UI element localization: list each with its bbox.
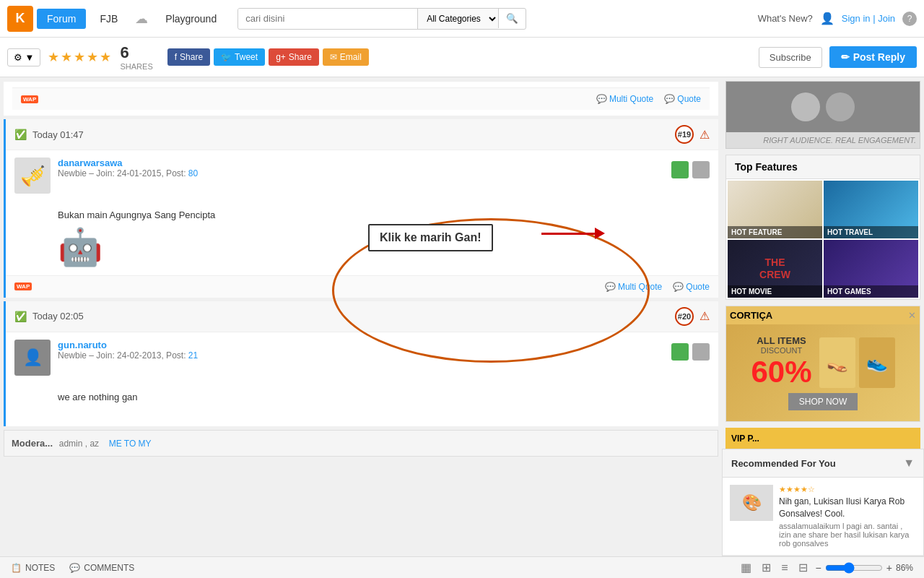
user-meta-20: gun.naruto Newbie – Join: 24-02-2013, Po… (58, 340, 664, 361)
rec-item-title: Nih gan, Lukisan Ilusi Karya Rob Gonsalv… (779, 496, 916, 520)
post-body-19: Bukan main Agungnya Sang Pencipta 🤖 (6, 201, 718, 275)
feature-hot[interactable]: HOT FEATURE (728, 181, 822, 238)
ad-shoe-content: ALL ITEMS DISCOUNT 60% 👡 👟 SHOP NOW (726, 324, 920, 421)
whats-new-link[interactable]: What's New? (758, 13, 813, 24)
view-mode-3-button[interactable]: ≡ (779, 561, 790, 574)
feature-games[interactable]: HOT GAMES (824, 240, 918, 298)
rep-minus-button-20[interactable] (692, 343, 710, 361)
warning-icon-20: ⚠ (699, 309, 710, 323)
wap-badge-19: WAP (14, 282, 32, 290)
comments-icon: 💬 (69, 563, 80, 573)
view-mode-1-button[interactable]: ▦ (738, 561, 754, 574)
recommended-panel: Recommended For You ▼ 🎨 ★★★★☆ Nih gan, L… (722, 449, 924, 556)
bottom-bar: 📋 NOTES 💬 COMMENTS ▦ ⊞ ≡ ⊟ − + 86% (0, 556, 924, 578)
post-header-19: ✅ Today 01:47 #19 ⚠ (6, 119, 718, 150)
top-navigation: K Forum FJB ☁ Playground All Categories … (0, 0, 924, 38)
post-number-20[interactable]: #20 (675, 307, 694, 326)
shares-count: 6 (120, 43, 152, 62)
notes-icon: 📋 (11, 563, 22, 573)
post-item-20: ✅ Today 02:05 #20 ⚠ 👤 gun.naruto Newbie … (4, 301, 718, 426)
zoom-out-button[interactable]: − (816, 562, 821, 574)
recommended-info: ★★★★☆ Nih gan, Lukisan Ilusi Karya Rob G… (779, 485, 916, 548)
edit-icon: ✏ (841, 51, 850, 63)
logo-button[interactable]: K (7, 6, 33, 32)
search-category-select[interactable]: All Categories (417, 9, 498, 29)
multi-quote-link[interactable]: 💬 Multi Quote (596, 94, 653, 104)
ad-shoe-header: CORTIÇA ✕ (726, 306, 920, 324)
twitter-share-button[interactable]: 🐦 Tweet (214, 48, 265, 66)
bottom-right-controls: ▦ ⊞ ≡ ⊟ − + 86% (738, 561, 913, 574)
nav-tab-fjb[interactable]: FJB (90, 9, 128, 29)
share-buttons: f Share 🐦 Tweet g+ Share ✉ Email (167, 48, 369, 66)
post-body-20: we are nothing gan (6, 383, 718, 426)
feature-travel[interactable]: HOT TRAVEL (824, 181, 918, 238)
recommended-close-button[interactable]: ▼ (903, 457, 915, 470)
post-reply-button[interactable]: ✏ Post Reply (829, 46, 917, 68)
gear-button[interactable]: ⚙ ▼ (7, 48, 40, 66)
cortica-brand: CORTIÇA (730, 310, 772, 321)
recommended-item[interactable]: 🎨 ★★★★☆ Nih gan, Lukisan Ilusi Karya Rob… (723, 478, 923, 556)
gplus-share-button[interactable]: g+ Share (269, 48, 319, 66)
sign-in-link[interactable]: Sign in | Join (842, 13, 895, 24)
search-input[interactable] (238, 9, 417, 28)
post-footer-prev: WAP 💬 Multi Quote 💬 Quote (12, 87, 710, 110)
view-mode-4-button[interactable]: ⊟ (796, 561, 810, 574)
facebook-share-button[interactable]: f Share (167, 48, 210, 66)
wap-icon: WAP (21, 95, 38, 103)
ad-close-btn[interactable]: ✕ (908, 310, 916, 321)
post-content-19: Bukan main Agungnya Sang Pencipta (58, 208, 710, 223)
post-emoji-19: 🤖 (58, 226, 710, 268)
rep-plus-button-20[interactable] (671, 343, 689, 361)
ad-shop-button[interactable]: SHOP NOW (788, 393, 858, 410)
rep-plus-button-19[interactable] (671, 161, 689, 178)
nav-right: What's New? 👤 Sign in | Join ? (758, 12, 917, 26)
zoom-percent: 86% (896, 563, 913, 573)
user-actions-20 (671, 343, 710, 361)
star-rating: ★★★★★ (48, 49, 113, 65)
user-info-19: 🎺 danarwarsawa Newbie – Join: 24-01-2015… (6, 150, 718, 201)
zoom-in-button[interactable]: + (886, 562, 892, 574)
feature-movie[interactable]: THECREW HOT MOVIE (728, 240, 822, 298)
moderator-area: Modera... admin , az ME TO MY (4, 430, 718, 457)
vip-area: VIP P... (725, 428, 920, 449)
post-count-link-19[interactable]: 80 (188, 168, 198, 178)
user-info-20: 👤 gun.naruto Newbie – Join: 24-02-2013, … (6, 332, 718, 383)
nav-tab-forum[interactable]: Forum (37, 9, 86, 29)
help-button[interactable]: ? (902, 12, 917, 26)
search-button[interactable]: 🔍 (498, 9, 526, 28)
check-icon-20: ✅ (14, 311, 27, 322)
zoom-controls: − + 86% (816, 562, 913, 574)
facebook-icon: f (175, 52, 177, 62)
email-share-button[interactable]: ✉ Email (323, 48, 369, 66)
rep-minus-button-19[interactable] (692, 161, 710, 178)
avatar-20: 👤 (14, 340, 51, 376)
subscribe-button[interactable]: Subscribe (759, 47, 822, 68)
ad-discount-text: DISCOUNT (751, 346, 811, 355)
warning-icon-19: ⚠ (699, 128, 710, 142)
feature-hot-label: HOT FEATURE (728, 226, 822, 238)
avatar-19: 🎺 (14, 158, 51, 194)
quote-link[interactable]: 💬 Quote (664, 94, 701, 104)
username-20[interactable]: gun.naruto (58, 340, 664, 350)
email-icon: ✉ (330, 52, 337, 62)
quote-link-19[interactable]: 💬 Quote (673, 282, 710, 292)
post-header-20: ✅ Today 02:05 #20 ⚠ (6, 301, 718, 332)
twitter-icon: 🐦 (221, 52, 232, 62)
zoom-slider[interactable] (825, 562, 883, 574)
feature-travel-label: HOT TRAVEL (824, 226, 918, 238)
shares-label: SHARES (120, 62, 152, 71)
notes-button[interactable]: 📋 NOTES (11, 563, 55, 573)
username-19[interactable]: danarwarsawa (58, 158, 664, 168)
user-meta-19: danarwarsawa Newbie – Join: 24-01-2015, … (58, 158, 664, 178)
user-icon: 👤 (820, 12, 834, 25)
search-area: All Categories 🔍 (237, 8, 526, 30)
multi-quote-link-19[interactable]: 💬 Multi Quote (605, 282, 662, 292)
nav-tab-playground[interactable]: Playground (155, 9, 227, 29)
post-count-link-20[interactable]: 21 (188, 350, 198, 361)
comments-button[interactable]: 💬 COMMENTS (69, 563, 134, 573)
features-grid: HOT FEATURE HOT TRAVEL THECREW HOT MOVIE… (726, 179, 920, 299)
view-mode-2-button[interactable]: ⊞ (759, 561, 773, 574)
me-to-my-link[interactable]: ME TO MY (109, 439, 152, 449)
post-number-19[interactable]: #19 (675, 125, 694, 144)
user-rank-20: Newbie – Join: 24-02-2013, Post: 21 (58, 350, 664, 361)
